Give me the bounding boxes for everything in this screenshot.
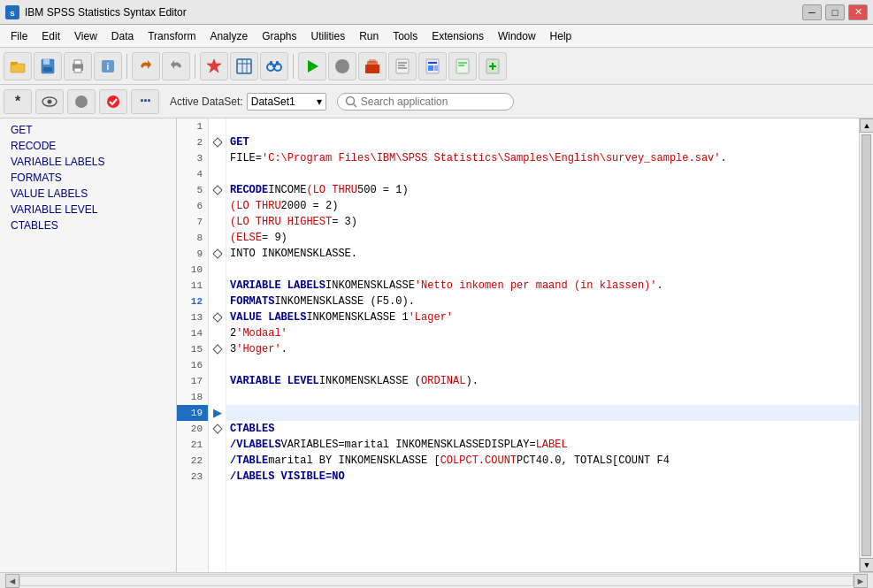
line-num-12: 12 bbox=[177, 294, 208, 309]
line-num-9: 9 bbox=[177, 246, 208, 262]
search-box[interactable] bbox=[337, 93, 514, 111]
scroll-thumb[interactable] bbox=[862, 134, 871, 556]
code-line-12: FORMATS INKOMENSKLASSE (F5.0). bbox=[226, 294, 859, 309]
menu-view[interactable]: View bbox=[67, 27, 104, 45]
data-editor-btn[interactable] bbox=[358, 52, 387, 80]
open-btn[interactable] bbox=[4, 52, 32, 80]
maximize-btn[interactable]: □ bbox=[825, 4, 845, 20]
menu-run[interactable]: Run bbox=[352, 27, 386, 45]
menu-window[interactable]: Window bbox=[491, 27, 543, 45]
code-line-2: GET bbox=[226, 134, 859, 150]
line-num-4: 4 bbox=[177, 166, 208, 182]
ast-btn[interactable]: * bbox=[4, 89, 32, 114]
code-area[interactable]: GET FILE='C:\Program Files\IBM\SPSS Stat… bbox=[226, 118, 859, 572]
menu-tools[interactable]: Tools bbox=[386, 27, 425, 45]
svg-rect-4 bbox=[11, 62, 16, 65]
menu-help[interactable]: Help bbox=[543, 27, 579, 45]
horizontal-scroll[interactable]: ◄ ► bbox=[5, 574, 868, 588]
scroll-down-btn[interactable]: ▼ bbox=[860, 558, 873, 572]
line-num-20: 20 bbox=[177, 421, 208, 437]
line-num-1: 1 bbox=[177, 118, 208, 134]
table-btn[interactable] bbox=[230, 52, 258, 80]
code-line-9: INTO INKOMENSKLASSE. bbox=[226, 246, 859, 262]
code-line-6: (LO THRU 2000 = 2) bbox=[226, 198, 859, 214]
bookmark-btn[interactable] bbox=[200, 52, 228, 80]
code-line-19 bbox=[226, 405, 859, 421]
menu-transform[interactable]: Transform bbox=[141, 27, 203, 45]
circle-btn[interactable] bbox=[67, 89, 96, 114]
svg-rect-33 bbox=[428, 62, 437, 64]
sidebar-item-value-labels[interactable]: VALUE LABELS bbox=[0, 186, 176, 202]
svg-point-43 bbox=[48, 99, 52, 103]
code-line-17: VARIABLE LEVEL INKOMENSKLASSE (ORDINAL). bbox=[226, 373, 859, 389]
line-num-19: 19 bbox=[177, 405, 208, 421]
sidebar-item-variable-labels[interactable]: VARIABLE LABELS bbox=[0, 154, 176, 170]
scroll-left-btn[interactable]: ◄ bbox=[5, 574, 19, 588]
sidebar-item-variable-level[interactable]: VARIABLE LEVEL bbox=[0, 202, 176, 218]
stop-btn[interactable] bbox=[328, 52, 356, 80]
info-btn[interactable]: i bbox=[94, 52, 122, 80]
eye-btn[interactable] bbox=[35, 89, 64, 114]
svg-rect-35 bbox=[434, 65, 438, 71]
line-num-8: 8 bbox=[177, 230, 208, 246]
title-left: S IBM SPSS Statistics Syntax Editor bbox=[5, 5, 187, 19]
redo-btn[interactable] bbox=[162, 52, 190, 80]
code-line-5: RECODE INCOME (LO THRU 500 = 1) bbox=[226, 182, 859, 198]
svg-rect-22 bbox=[276, 61, 279, 65]
indicator-2 bbox=[209, 134, 226, 150]
line-num-18: 18 bbox=[177, 389, 208, 405]
sidebar-item-get[interactable]: GET bbox=[0, 122, 176, 138]
search-input[interactable] bbox=[361, 95, 502, 108]
binoculars-btn[interactable] bbox=[260, 52, 288, 80]
menu-data[interactable]: Data bbox=[104, 27, 141, 45]
code-line-11: VARIABLE LABELS INKOMENSKLASSE 'Netto in… bbox=[226, 278, 859, 294]
svg-marker-23 bbox=[308, 60, 318, 73]
close-btn[interactable]: ✕ bbox=[848, 4, 868, 20]
code-line-15: 3 'Hoger' . bbox=[226, 341, 859, 357]
sidebar-item-formats[interactable]: FORMATS bbox=[0, 170, 176, 186]
undo-btn[interactable] bbox=[132, 52, 160, 80]
menu-bar: FileEditViewDataTransformAnalyzeGraphsUt… bbox=[0, 25, 873, 48]
svg-rect-14 bbox=[237, 59, 251, 73]
indicator-col: ▶ bbox=[209, 118, 226, 572]
menu-edit[interactable]: Edit bbox=[34, 27, 67, 45]
sidebar-item-recode[interactable]: RECODE bbox=[0, 138, 176, 154]
syntax-editor-btn[interactable] bbox=[388, 52, 417, 80]
code-line-14: 2 'Modaal' bbox=[226, 325, 859, 341]
menu-analyze[interactable]: Analyze bbox=[203, 27, 255, 45]
menu-extensions[interactable]: Extensions bbox=[425, 27, 491, 45]
line-num-5: 5 bbox=[177, 182, 208, 198]
svg-rect-9 bbox=[74, 60, 81, 65]
check-btn[interactable] bbox=[99, 89, 127, 114]
sep1 bbox=[126, 54, 127, 79]
save-btn[interactable] bbox=[34, 52, 62, 80]
indicator-3 bbox=[209, 150, 226, 166]
scroll-right-btn[interactable]: ► bbox=[854, 574, 868, 588]
new-syntax-btn[interactable] bbox=[479, 52, 507, 80]
svg-point-45 bbox=[107, 95, 119, 108]
indicator-9 bbox=[209, 246, 226, 262]
active-dataset-label: Active DataSet: bbox=[170, 95, 243, 108]
active-dataset-area: Active DataSet: DataSet1 ▾ bbox=[170, 93, 326, 111]
menu-utilities[interactable]: Utilities bbox=[303, 27, 352, 45]
dashes-btn[interactable]: ··· bbox=[131, 89, 159, 114]
menu-file[interactable]: File bbox=[4, 27, 34, 45]
scroll-up-btn[interactable]: ▲ bbox=[860, 118, 873, 133]
menu-graphs[interactable]: Graphs bbox=[255, 27, 303, 45]
svg-rect-6 bbox=[43, 59, 50, 65]
svg-rect-20 bbox=[272, 65, 276, 67]
dataset-dropdown[interactable]: DataSet1 ▾ bbox=[247, 93, 326, 111]
run-btn[interactable] bbox=[298, 52, 326, 80]
vertical-scrollbar[interactable]: ▲ ▼ bbox=[859, 118, 873, 572]
indicator-17 bbox=[209, 373, 226, 389]
script-btn[interactable] bbox=[448, 52, 477, 80]
sidebar-item-ctables[interactable]: CTABLES bbox=[0, 218, 176, 233]
indicator-16 bbox=[209, 357, 226, 373]
indicator-14 bbox=[209, 325, 226, 341]
output-btn[interactable] bbox=[418, 52, 447, 80]
hscroll-track[interactable] bbox=[19, 576, 854, 586]
svg-text:i: i bbox=[107, 62, 110, 72]
code-line-21: /VLABELS VARIABLES=marital INKOMENSKLASS… bbox=[226, 437, 859, 453]
minimize-btn[interactable]: ─ bbox=[802, 4, 822, 20]
print-btn[interactable] bbox=[64, 52, 92, 80]
